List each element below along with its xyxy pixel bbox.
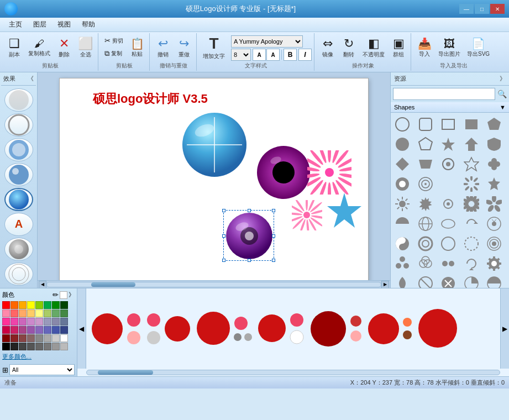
color-amber[interactable] <box>19 301 27 309</box>
effect-item-8[interactable] <box>4 262 33 286</box>
color-grey4[interactable] <box>60 343 68 350</box>
mirror-button[interactable]: ⇔ 镜像 <box>318 35 338 61</box>
color-grey3[interactable] <box>52 343 60 350</box>
h-scroll-track[interactable] <box>46 282 381 287</box>
pattern-7[interactable] <box>417 308 459 349</box>
blue-circle-shape[interactable] <box>181 112 248 178</box>
font-name-select[interactable]: A Yummy Apology <box>231 35 303 48</box>
shape-gear[interactable] <box>439 195 458 213</box>
pink-star-large[interactable] <box>307 150 351 195</box>
color-medium-purple[interactable] <box>35 326 43 334</box>
shape-arrow[interactable] <box>462 135 481 154</box>
shape-triple-ring[interactable] <box>416 254 435 273</box>
redo-button[interactable]: ↪ 重做 <box>174 35 194 61</box>
shape-pie[interactable] <box>462 274 481 288</box>
color-navy[interactable] <box>60 326 68 334</box>
color-lightgrey[interactable] <box>52 334 60 342</box>
add-text-button[interactable]: T 增加文字 <box>200 34 228 62</box>
purple-donut-shape[interactable] <box>256 145 311 200</box>
pink-star-small[interactable] <box>292 200 322 230</box>
color-darkgrey[interactable] <box>27 343 35 350</box>
color-pink[interactable] <box>2 309 10 317</box>
color-yellowgreen[interactable] <box>44 309 51 317</box>
shape-shield[interactable] <box>485 135 503 154</box>
shape-circle-filled[interactable] <box>393 135 412 154</box>
color-dark[interactable] <box>19 343 27 350</box>
color-medgrey[interactable] <box>35 343 43 350</box>
paste-button[interactable]: 📋 粘贴 <box>127 35 147 61</box>
shape-diamond[interactable] <box>393 155 412 174</box>
shape-x-circle[interactable] <box>439 274 458 288</box>
color-ruby[interactable] <box>11 326 18 334</box>
color-blue-indigo[interactable] <box>52 326 60 334</box>
shape-splat[interactable] <box>485 195 503 213</box>
h-scroll-thumb[interactable] <box>91 282 135 287</box>
pattern-1[interactable] <box>91 312 141 345</box>
effect-item-4[interactable] <box>4 163 33 186</box>
menu-view[interactable]: 视图 <box>52 18 76 31</box>
color-nearblack[interactable] <box>11 343 18 350</box>
shape-ring2[interactable] <box>416 234 435 253</box>
color-medgreen[interactable] <box>52 309 60 317</box>
color-lilac[interactable] <box>35 318 43 326</box>
search-icon[interactable]: 🔍 <box>497 90 507 98</box>
minimize-button[interactable]: — <box>459 4 474 14</box>
pattern-6[interactable] <box>367 312 413 345</box>
effect-item-1[interactable] <box>4 88 33 112</box>
shape-circle[interactable] <box>393 115 412 134</box>
pattern-3[interactable] <box>196 311 253 347</box>
effect-item-2[interactable] <box>4 113 33 136</box>
collapse-left-icon[interactable]: 《 <box>28 75 34 83</box>
color-silver[interactable] <box>44 334 51 342</box>
menu-layers[interactable]: 图层 <box>28 18 52 31</box>
collapse-colors-icon[interactable]: 》 <box>69 291 75 299</box>
shape-soccer[interactable] <box>485 214 503 233</box>
pattern-5[interactable] <box>309 309 363 348</box>
color-lightred[interactable] <box>11 309 18 317</box>
color-brick[interactable] <box>11 334 18 342</box>
shape-circle-o[interactable] <box>439 155 458 174</box>
shape-tri3[interactable] <box>393 254 412 273</box>
color-magenta[interactable] <box>11 318 18 326</box>
pattern-scroll-track[interactable] <box>86 370 500 375</box>
color-crimson[interactable] <box>2 326 10 334</box>
scroll-right-btn[interactable]: ▶ <box>381 281 389 288</box>
copy-button[interactable]: ❑ 副本 <box>4 35 24 61</box>
copy2-button[interactable]: ⧉ 复制 <box>102 48 125 60</box>
pattern-2[interactable] <box>146 312 191 345</box>
rotate-button[interactable]: ↻ 翻转 <box>339 35 359 61</box>
color-lightyellow[interactable] <box>35 309 43 317</box>
color-hotpink[interactable] <box>2 318 10 326</box>
color-indigo[interactable] <box>44 326 51 334</box>
shape-pentagon2[interactable] <box>416 135 435 154</box>
color-grey2[interactable] <box>44 343 51 350</box>
shape-flower[interactable] <box>485 155 503 174</box>
shape-oval[interactable] <box>439 214 458 233</box>
pencil-icon[interactable]: ✏ <box>53 291 59 299</box>
menu-home[interactable]: 主页 <box>3 18 28 31</box>
canvas-scroll[interactable]: 硕思logo设计师 V3.5 <box>38 72 390 280</box>
shape-starburst[interactable] <box>462 175 481 193</box>
color-yellow[interactable] <box>27 301 35 309</box>
pattern-scroll-right[interactable]: ▶ <box>500 288 509 369</box>
shape-gear2[interactable] <box>485 254 503 273</box>
export-img-button[interactable]: 🖼 导出图片 <box>435 35 463 61</box>
shape-reload[interactable] <box>462 254 481 273</box>
shape-dots2[interactable] <box>439 254 458 273</box>
shape-target[interactable] <box>416 175 435 193</box>
effect-item-6[interactable]: A <box>4 213 33 236</box>
color-purple[interactable] <box>27 326 35 334</box>
shape-leaf[interactable] <box>393 274 412 288</box>
effect-item-5[interactable] <box>4 188 33 211</box>
color-lime[interactable] <box>35 301 43 309</box>
more-colors-link[interactable]: 更多颜色... <box>2 353 75 361</box>
color-black[interactable] <box>2 343 10 350</box>
shape-star6[interactable] <box>462 155 481 174</box>
color-maroon[interactable] <box>2 334 10 342</box>
shape-star12[interactable] <box>416 195 435 213</box>
effect-item-7[interactable] <box>4 238 33 261</box>
color-peach[interactable] <box>19 309 27 317</box>
color-plum[interactable] <box>19 326 27 334</box>
shape-pentagon[interactable] <box>485 115 503 134</box>
color-green[interactable] <box>44 301 51 309</box>
